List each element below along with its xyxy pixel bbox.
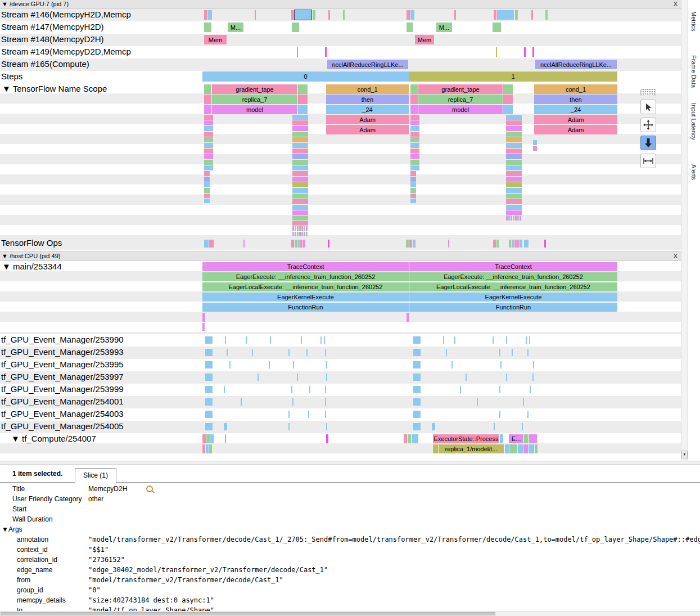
trace-slice[interactable] xyxy=(506,205,522,210)
slice-gradient-tape[interactable]: gradient_tape xyxy=(212,84,297,94)
trace-slice[interactable] xyxy=(506,132,522,137)
trace-slice[interactable] xyxy=(410,154,419,159)
args-section-toggle[interactable]: ▼Args xyxy=(0,524,700,534)
slice-model[interactable]: model xyxy=(418,105,503,114)
trace-slice[interactable] xyxy=(451,361,453,368)
trace-slice[interactable] xyxy=(410,188,416,193)
trace-slice[interactable] xyxy=(506,188,522,193)
trace-slice[interactable] xyxy=(530,386,531,393)
trace-slice[interactable] xyxy=(413,349,421,356)
trace-slice[interactable] xyxy=(518,444,523,453)
trace-slice[interactable] xyxy=(295,232,296,236)
trace-slice[interactable] xyxy=(522,423,523,430)
trace-slice[interactable] xyxy=(410,194,416,198)
trace-slice[interactable] xyxy=(506,126,522,131)
trace-slice[interactable] xyxy=(410,177,416,182)
trace-slice[interactable] xyxy=(506,215,508,221)
trace-slice[interactable] xyxy=(433,444,438,453)
trace-slice[interactable] xyxy=(326,434,328,443)
trace-slice[interactable] xyxy=(204,10,207,20)
slice-then[interactable]: then xyxy=(534,95,617,104)
trace-slice[interactable] xyxy=(529,444,534,453)
trace-slice[interactable] xyxy=(520,215,521,221)
slice-m[interactable]: M... xyxy=(228,23,243,32)
slice-then[interactable]: then xyxy=(326,95,409,104)
trace-slice[interactable] xyxy=(204,194,210,198)
trace-slice[interactable] xyxy=(410,10,414,20)
trace-slice[interactable] xyxy=(202,434,206,443)
trace-slice[interactable] xyxy=(454,10,456,20)
trace-slice[interactable] xyxy=(406,240,409,248)
trace-slice[interactable] xyxy=(295,240,297,248)
trace-slice[interactable] xyxy=(506,160,522,165)
trace-slice[interactable] xyxy=(527,411,529,418)
trace-slice[interactable] xyxy=(292,165,308,170)
trace-slice[interactable] xyxy=(532,47,534,57)
trace-slice[interactable] xyxy=(292,199,308,204)
trace-slice[interactable] xyxy=(413,240,416,248)
trace-slice[interactable] xyxy=(410,171,416,176)
slice-functionrun[interactable]: FunctionRun xyxy=(202,303,409,312)
trace-slice[interactable] xyxy=(224,423,227,430)
slice-24[interactable]: _24 xyxy=(326,105,409,114)
trace-slice[interactable] xyxy=(410,149,419,154)
trace-slice[interactable] xyxy=(448,240,449,248)
trace-slice[interactable] xyxy=(297,240,300,248)
trace-slice[interactable] xyxy=(304,232,305,236)
trace-slice[interactable] xyxy=(298,95,308,104)
trace-slice[interactable] xyxy=(515,10,518,20)
track-label-main-253344[interactable]: ▼ main/253344 xyxy=(0,261,139,334)
trace-slice[interactable] xyxy=(477,398,478,406)
search-icon[interactable] xyxy=(146,485,153,492)
trace-slice[interactable] xyxy=(407,10,410,20)
trace-slice[interactable] xyxy=(292,132,308,137)
trace-slice[interactable] xyxy=(292,120,308,125)
trace-slice[interactable] xyxy=(292,171,308,176)
slice-eagerexecute-inference-train-function-260252[interactable]: EagerExecute: __inference_train_function… xyxy=(202,272,409,281)
slice-adam[interactable]: Adam xyxy=(326,125,409,134)
slice-functionrun[interactable]: FunctionRun xyxy=(409,303,617,312)
trace-slice[interactable] xyxy=(500,434,503,443)
slice-mem[interactable]: Mem xyxy=(204,35,227,44)
scroll-down-arrow-icon[interactable]: ▼ xyxy=(681,451,688,458)
trace-slice[interactable] xyxy=(258,374,259,381)
trace-slice[interactable] xyxy=(527,349,529,356)
trace-slice[interactable] xyxy=(209,240,214,248)
trace-slice[interactable] xyxy=(325,411,326,418)
trace-slice[interactable] xyxy=(204,182,210,187)
slice-adam[interactable]: Adam xyxy=(326,115,409,124)
trace-slice[interactable] xyxy=(297,47,298,57)
trace-slice[interactable] xyxy=(443,336,444,344)
trace-slice[interactable] xyxy=(506,165,522,170)
trace-slice[interactable] xyxy=(413,336,421,344)
trace-slice[interactable] xyxy=(204,120,213,125)
trace-slice[interactable] xyxy=(499,386,500,393)
trace-slice[interactable] xyxy=(496,47,497,57)
slice-executorstate-process[interactable]: ExecutorState::Process xyxy=(433,434,499,443)
trace-slice[interactable] xyxy=(535,444,538,453)
trace-slice[interactable] xyxy=(326,374,327,381)
trace-slice[interactable] xyxy=(511,215,512,221)
trace-slice[interactable] xyxy=(496,240,499,248)
trace-slice[interactable] xyxy=(407,313,409,322)
slice-24[interactable]: _24 xyxy=(534,105,617,114)
trace-slice[interactable] xyxy=(292,216,308,221)
trace-slice[interactable] xyxy=(206,444,209,453)
trace-slice[interactable] xyxy=(205,398,213,406)
trace-slice[interactable] xyxy=(301,336,302,344)
trace-slice[interactable] xyxy=(326,423,327,430)
trace-slice[interactable] xyxy=(515,215,517,221)
trace-slice[interactable] xyxy=(202,313,205,322)
trace-slice[interactable] xyxy=(301,226,303,231)
trace-slice[interactable] xyxy=(524,47,526,57)
trace-slice[interactable] xyxy=(205,423,213,430)
trace-slice[interactable] xyxy=(494,10,496,20)
slice-cond-1[interactable]: cond_1 xyxy=(534,84,617,94)
trace-slice[interactable] xyxy=(293,361,294,368)
trace-slice[interactable] xyxy=(300,240,302,248)
horizontal-scrollbar-thumb[interactable] xyxy=(1,612,495,615)
trace-slice[interactable] xyxy=(505,444,509,453)
slice-replica-1-model-t[interactable]: replica_1/model/t... xyxy=(439,444,504,453)
trace-slice[interactable] xyxy=(301,232,303,236)
trace-slice[interactable] xyxy=(506,143,522,148)
